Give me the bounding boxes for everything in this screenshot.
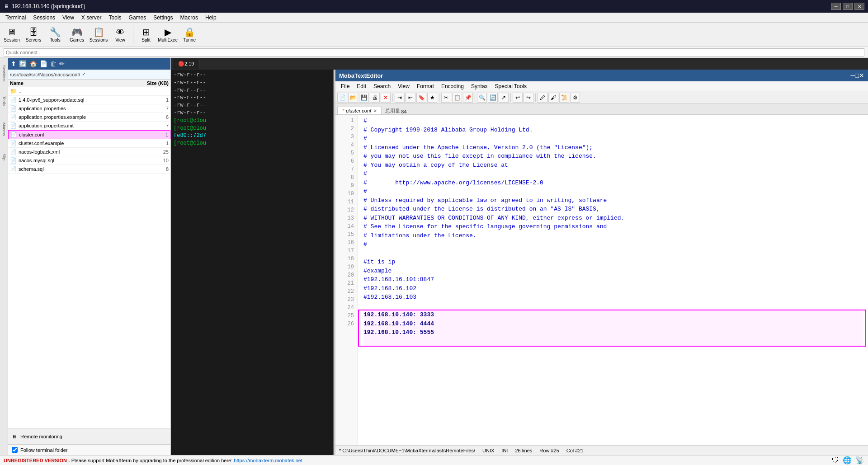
- file-row[interactable]: 📄1.4.0-ipv6_support-update.sql1: [8, 96, 170, 104]
- editor-maximize-button[interactable]: □: [855, 72, 859, 79]
- slip-side-icon[interactable]: Slip: [0, 144, 8, 171]
- terminal-pane[interactable]: -rw-r--r-- -rw-r--r-- -rw-r--r-- -rw-r--…: [171, 70, 334, 455]
- tunnel-button[interactable]: 🔒 Tunne: [179, 24, 199, 46]
- file-row[interactable]: 📄schema.sql8: [8, 165, 170, 174]
- et-goto-button[interactable]: ↗: [499, 93, 509, 103]
- et-config-button[interactable]: ⚙: [570, 93, 580, 103]
- et-unindent-button[interactable]: ⇤: [406, 93, 415, 103]
- menu-tools[interactable]: Tools: [105, 14, 125, 22]
- follow-terminal-checkbox[interactable]: [12, 447, 18, 453]
- menu-macros[interactable]: Macros: [177, 14, 202, 22]
- menu-settings[interactable]: Settings: [150, 14, 176, 22]
- file-table-header: Name Size (KB): [8, 80, 170, 87]
- et-indent-button[interactable]: ⇥: [395, 93, 405, 103]
- editor-menu-edit[interactable]: Edit: [353, 82, 370, 90]
- file-row[interactable]: 📄cluster.conf1: [8, 130, 170, 139]
- file-name-label: application.properties.example: [19, 114, 132, 120]
- et-marker-button[interactable]: 🖊: [538, 93, 547, 103]
- line-number: 16: [335, 239, 354, 247]
- line-number: 2: [335, 125, 354, 133]
- editor-close-button[interactable]: ✕: [859, 72, 864, 79]
- file-row[interactable]: 📄cluster.conf.example1: [8, 139, 170, 148]
- line-number: 8: [335, 174, 354, 182]
- et-replace-button[interactable]: 🔄: [488, 93, 498, 103]
- quick-connect-input[interactable]: [4, 48, 864, 56]
- file-new-button[interactable]: 📄: [39, 60, 48, 67]
- editor-menu-view[interactable]: View: [394, 82, 413, 90]
- file-row[interactable]: 📄nacos-logback.xml25: [8, 148, 170, 156]
- code-editor[interactable]: 1234567891011121314151617181920212223242…: [335, 115, 868, 445]
- file-size-label: 8: [132, 166, 169, 172]
- file-row[interactable]: 📄application.properties.example6: [8, 113, 170, 122]
- editor-title-bar: MobaTextEditor ─ □ ✕: [335, 70, 868, 81]
- file-refresh-button[interactable]: 🔄: [18, 60, 28, 67]
- file-row[interactable]: 📄nacos-mysql.sql10: [8, 156, 170, 165]
- session-button[interactable]: 🖥 Session: [2, 24, 22, 46]
- menu-xserver[interactable]: X server: [78, 14, 105, 22]
- file-up-button[interactable]: ⬆: [10, 60, 17, 67]
- terminal-tab-1[interactable]: 🔴 2.19: [173, 59, 200, 69]
- maximize-button[interactable]: □: [843, 3, 853, 10]
- follow-terminal-label: Follow terminal folder: [20, 447, 68, 453]
- sessions-side-icon[interactable]: Sessions: [0, 60, 8, 87]
- et-new-button[interactable]: 📄: [337, 93, 347, 103]
- minimize-button[interactable]: ─: [831, 3, 841, 10]
- menu-games[interactable]: Games: [125, 14, 150, 22]
- file-row[interactable]: 📄application.properties7: [8, 104, 170, 113]
- sessions2-button[interactable]: 📋 Sessions: [89, 24, 108, 46]
- file-home-button[interactable]: 🏠: [28, 60, 38, 67]
- menu-sessions[interactable]: Sessions: [29, 14, 59, 22]
- menu-terminal[interactable]: Terminal: [2, 14, 29, 22]
- multiexec-label: MultiExec: [158, 38, 177, 42]
- editor-menu-encoding[interactable]: Encoding: [438, 82, 467, 90]
- editor-minimize-button[interactable]: ─: [851, 72, 855, 79]
- view-button[interactable]: 👁 View: [110, 24, 130, 46]
- tools-side-icon[interactable]: Tools: [0, 88, 8, 115]
- file-type-icon: 📁: [10, 88, 17, 94]
- multiexec-button[interactable]: ▶ MultiExec: [158, 24, 178, 46]
- servers-button[interactable]: 🗄 Servers: [24, 24, 43, 46]
- split-button[interactable]: ⊞ Split: [136, 24, 156, 46]
- file-delete-button[interactable]: 🗑: [49, 60, 57, 67]
- right-panel: 🔴 2.19 -rw-r--r-- -rw-r--r-- -rw-r--r-- …: [171, 58, 868, 455]
- file-edit-button[interactable]: ✏: [58, 60, 66, 67]
- taskbar-icon-3: 📡: [855, 456, 864, 465]
- code-line: # distributed under the License is distr…: [363, 205, 863, 214]
- et-open-button[interactable]: 📂: [348, 93, 358, 103]
- et-search-button[interactable]: 🔍: [477, 93, 487, 103]
- tab-close-button[interactable]: ✕: [373, 108, 377, 113]
- file-row[interactable]: 📄application.properties.init7: [8, 122, 170, 130]
- split-icon: ⊞: [142, 27, 150, 38]
- et-star-button[interactable]: ★: [427, 93, 437, 103]
- editor-menu-syntax[interactable]: Syntax: [467, 82, 491, 90]
- et-paste-button[interactable]: 📌: [463, 93, 473, 103]
- et-bookmark-button[interactable]: 🔖: [416, 93, 426, 103]
- terminal-line: [root@clou: [174, 117, 330, 125]
- et-copy-button[interactable]: 📋: [452, 93, 462, 103]
- line-number: 3: [335, 133, 354, 141]
- et-highlight-button[interactable]: 🖌: [548, 93, 558, 103]
- editor-menu-file[interactable]: File: [337, 82, 353, 90]
- tools-button[interactable]: 🔧 Tools: [45, 24, 65, 46]
- et-sep5: [535, 94, 536, 102]
- macros-side-icon[interactable]: Macros: [0, 116, 8, 143]
- editor-menu-search[interactable]: Search: [370, 82, 394, 90]
- close-button[interactable]: ✕: [854, 3, 864, 10]
- code-content[interactable]: ## Copyright 1999-2018 Alibaba Group Hol…: [358, 115, 868, 445]
- games-button[interactable]: 🎮 Games: [67, 24, 87, 46]
- et-script-button[interactable]: 📜: [559, 93, 569, 103]
- et-print-button[interactable]: 🖨: [370, 93, 380, 103]
- editor-tabs-bar: * cluster.conf ✕ 总用量 84: [335, 104, 868, 115]
- et-cut-button[interactable]: ✂: [441, 93, 451, 103]
- et-undo-button[interactable]: ↩: [513, 93, 523, 103]
- editor-menu-special[interactable]: Special Tools: [491, 82, 531, 90]
- menu-view[interactable]: View: [59, 14, 78, 22]
- et-save-button[interactable]: 💾: [359, 93, 369, 103]
- et-close-button[interactable]: ✕: [381, 93, 391, 103]
- support-link[interactable]: https://mobaxterm.mobatek.net: [234, 458, 302, 463]
- file-row[interactable]: 📁..: [8, 87, 170, 96]
- et-redo-button[interactable]: ↪: [524, 93, 533, 103]
- editor-menu-format[interactable]: Format: [413, 82, 438, 90]
- menu-help[interactable]: Help: [202, 14, 220, 22]
- editor-tab-cluster-conf[interactable]: * cluster.conf ✕: [337, 107, 382, 114]
